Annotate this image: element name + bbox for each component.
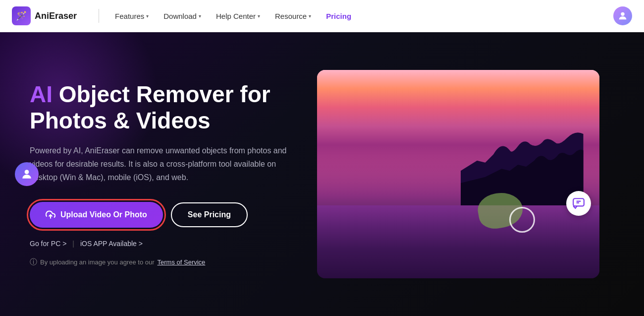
nav-resource[interactable]: Resource ▾ [269,8,317,24]
user-icon [617,10,628,21]
chevron-down-icon: ▾ [258,13,260,19]
nav-features[interactable]: Features ▾ [109,8,155,24]
water-layer [317,205,599,278]
chevron-down-icon: ▾ [146,13,149,19]
nav-divider [99,9,99,23]
ios-link[interactable]: iOS APP Available > [80,240,143,248]
hero-content: AI Object Remover for Photos & Videos Po… [30,81,317,267]
hero-cta-buttons: Upload Video Or Photo See Pricing [30,202,317,228]
hero-image-area [317,70,599,278]
object-removal-overlay [478,183,537,233]
disclaimer-text: By uploading an image you agree to our [40,258,155,266]
selection-circle [509,207,535,233]
hero-demo-image [317,70,599,278]
nav-pricing[interactable]: Pricing [320,8,357,24]
chevron-down-icon: ▾ [199,13,201,19]
logo-icon: 🪄 [12,6,31,25]
see-pricing-button[interactable]: See Pricing [171,202,248,227]
terms-of-service-link[interactable]: Terms of Service [158,258,206,266]
hero-disclaimer: ⓘ By uploading an image you agree to our… [30,257,317,267]
hero-description: Powered by AI, AniEraser can remove unwa… [30,144,287,185]
navbar: 🪄 AniEraser Features ▾ Download ▾ Help C… [0,0,644,32]
pc-link[interactable]: Go for PC > [30,240,66,248]
user-avatar[interactable] [613,6,632,25]
chevron-down-icon: ▾ [309,13,311,19]
upload-button[interactable]: Upload Video Or Photo [30,202,163,228]
nav-help-center[interactable]: Help Center ▾ [210,8,266,24]
upload-icon [46,210,55,220]
info-icon: ⓘ [30,257,37,267]
logo-text: AniEraser [35,11,77,21]
chat-bubble-icon[interactable] [566,191,591,216]
hero-section: AI Object Remover for Photos & Videos Po… [0,32,644,316]
link-divider: | [72,240,74,248]
hero-title: AI Object Remover for Photos & Videos [30,81,317,134]
nav-menu: Features ▾ Download ▾ Help Center ▾ Reso… [109,8,613,24]
hero-platform-links: Go for PC > | iOS APP Available > [30,240,317,248]
nav-download[interactable]: Download ▾ [158,8,207,24]
svg-rect-3 [573,198,584,206]
svg-point-1 [25,170,29,174]
hero-title-ai: AI [30,81,53,107]
svg-point-0 [621,12,624,16]
brand-logo[interactable]: 🪄 AniEraser [12,6,77,25]
decorative-avatar [15,162,39,186]
hero-title-rest: Object Remover for Photos & Videos [30,81,270,133]
